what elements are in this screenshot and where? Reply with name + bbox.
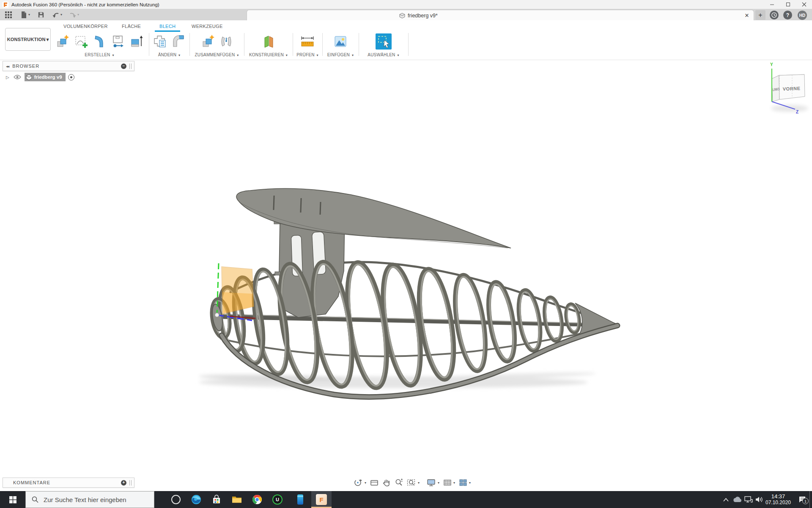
iobit-icon: U [272, 494, 283, 505]
app-grid-button[interactable] [3, 10, 14, 19]
user-avatar[interactable]: HD [798, 11, 807, 20]
tool-flat-pattern-icon[interactable] [111, 34, 125, 49]
group-label-pruefen[interactable]: PRÜFEN ▾ [296, 52, 318, 58]
viewport-canvas[interactable] [0, 60, 812, 491]
tool-sheet-rule-icon[interactable] [153, 34, 167, 49]
browser-panel-title: BROWSER [12, 64, 121, 69]
taskbar-item-fusion360[interactable]: F [311, 491, 332, 508]
action-center-button[interactable]: 1 [795, 491, 809, 508]
grid-settings-button[interactable]: ▾ [443, 478, 455, 487]
save-button[interactable] [36, 10, 46, 19]
close-button[interactable] [796, 0, 812, 9]
volume-icon [755, 496, 764, 503]
phone-icon [297, 494, 304, 505]
document-tab[interactable]: friedberg v9* ✕ [247, 10, 754, 21]
minimize-button[interactable] [764, 0, 780, 9]
file-menu-button[interactable]: ▾ [19, 10, 32, 19]
group-label-auswaehlen[interactable]: AUSWÄHLEN ▾ [368, 52, 399, 58]
tool-measure-icon[interactable] [300, 34, 315, 49]
show-desktop-button[interactable] [809, 491, 812, 508]
konstruktion-dropdown-button[interactable]: KONSTRUKTION▾ [5, 28, 51, 51]
browser-panel-grip[interactable] [129, 64, 132, 69]
viewcube[interactable]: LINKS VORNE Y Z [755, 59, 812, 123]
display-settings-icon [427, 478, 436, 487]
browser-item-friedberg[interactable]: friedberg v9 [25, 73, 66, 81]
tab-werkzeuge[interactable]: WERKZEUGE [192, 24, 223, 29]
cortana-icon [171, 495, 181, 504]
undo-button[interactable]: ▾ [50, 10, 64, 19]
windows-logo-icon [9, 496, 16, 503]
title-bar: Autodesk Fusion 360 (Persönlich - nicht … [0, 0, 812, 9]
tray-network-button[interactable] [743, 491, 754, 508]
tray-clock[interactable]: 14:37 07.10.2020 [763, 491, 793, 508]
browser-collapse-all-button[interactable]: − [121, 64, 126, 69]
activate-component-radio[interactable] [68, 74, 74, 80]
start-button[interactable] [0, 491, 25, 508]
orbit-button[interactable]: ▾ [354, 478, 366, 487]
zoom-window-icon [407, 478, 416, 487]
group-label-erstellen[interactable]: ERSTELLEN ▾ [85, 52, 114, 58]
maximize-button[interactable] [780, 0, 796, 9]
component-cube-icon [26, 74, 32, 80]
taskbar-item-edge[interactable] [186, 491, 206, 508]
tool-new-component-icon[interactable] [200, 34, 215, 49]
tool-thicken-icon[interactable] [129, 34, 144, 49]
browser-item-label: friedberg v9 [34, 75, 62, 80]
expand-node-icon[interactable]: ▷ [6, 75, 9, 80]
tray-chevron-button[interactable] [720, 491, 731, 508]
tray-onedrive-button[interactable] [731, 491, 743, 508]
taskbar-search[interactable] [25, 491, 154, 508]
selected-plane [222, 267, 254, 314]
tool-flange-icon[interactable] [55, 34, 69, 49]
redo-button[interactable]: ▾ [67, 10, 81, 19]
y-axis-label: Y [770, 62, 773, 67]
tool-joint-icon[interactable] [219, 34, 233, 49]
pan-button[interactable] [382, 478, 391, 487]
group-label-aendern[interactable]: ÄNDERN ▾ [158, 52, 181, 58]
taskbar-item-store[interactable] [206, 491, 227, 508]
tool-select-icon[interactable] [376, 33, 392, 50]
new-tab-button[interactable]: + [755, 10, 765, 20]
zoom-window-button[interactable]: ▾ [407, 478, 420, 487]
close-document-icon: ✕ [745, 12, 749, 19]
browser-panel-header[interactable]: ◀◀ BROWSER − [3, 61, 134, 71]
tool-insert-image-icon[interactable] [333, 34, 348, 49]
tab-volumenkoerper[interactable]: VOLUMENKÖRPER [63, 24, 108, 29]
close-document-button[interactable]: ✕ [742, 11, 752, 21]
viewcube-front-face-label: VORNE [783, 86, 801, 91]
group-label-zusammenfuegen[interactable]: ZUSAMMENFÜGEN ▾ [195, 52, 239, 58]
search-input[interactable] [43, 496, 150, 504]
user-initials: HD [799, 13, 805, 18]
help-button[interactable]: ? [783, 11, 792, 19]
group-label-konstruieren[interactable]: KONSTRUIEREN ▾ [249, 52, 288, 58]
visibility-eye-icon[interactable] [14, 75, 21, 80]
taskbar-item-chrome[interactable] [247, 491, 267, 508]
comments-panel-grip[interactable] [129, 480, 132, 486]
store-icon [212, 494, 221, 505]
taskbar-item-your-phone[interactable] [290, 491, 310, 508]
taskbar-item-cortana[interactable] [166, 491, 186, 508]
taskbar-item-iobit[interactable]: U [267, 491, 288, 508]
group-erstellen: ERSTELLEN ▾ [50, 30, 149, 58]
group-konstruieren: KONSTRUIEREN ▾ [244, 30, 293, 58]
viewports-button[interactable]: ▾ [459, 478, 471, 487]
group-label-einfuegen[interactable]: EINFÜGEN ▾ [327, 52, 354, 58]
tool-unfold-icon[interactable] [171, 34, 186, 49]
tab-blech[interactable]: BLECH [159, 24, 176, 29]
collapse-browser-icon[interactable]: ◀◀ [6, 65, 9, 68]
add-comment-button[interactable]: + [121, 480, 126, 486]
zoom-icon [395, 478, 403, 487]
zoom-button[interactable] [395, 478, 403, 487]
tool-construction-plane-icon[interactable] [261, 34, 276, 49]
comments-panel-header[interactable]: KOMMENTARE + [3, 478, 134, 488]
recent-files-button[interactable] [770, 11, 779, 19]
taskbar-item-explorer[interactable] [227, 491, 247, 508]
tab-flaeche[interactable]: FLÄCHE [122, 24, 141, 29]
look-at-button[interactable] [370, 478, 379, 487]
window-title: Autodesk Fusion 360 (Persönlich - nicht … [11, 2, 159, 7]
tool-bend-flange-icon[interactable] [92, 34, 107, 49]
display-settings-button[interactable]: ▾ [427, 478, 439, 487]
file-icon [20, 11, 27, 19]
onedrive-cloud-icon [732, 497, 742, 502]
tool-sketch-flange-icon[interactable] [74, 34, 88, 49]
